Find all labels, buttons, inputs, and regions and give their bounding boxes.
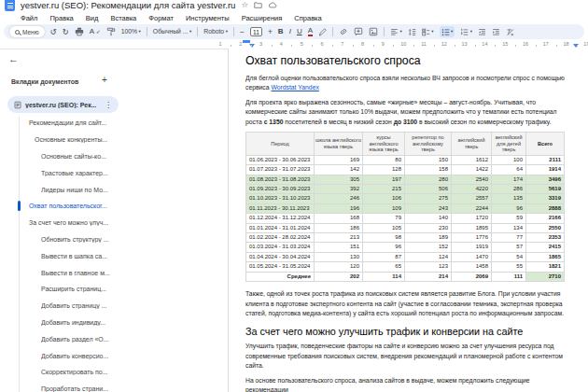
demand-table[interactable]: Периодшкола английского языка тверькурсы… xyxy=(245,132,565,282)
table-cell[interactable]: 57 xyxy=(492,243,526,252)
cloud-status-icon[interactable] xyxy=(268,1,277,9)
font-size-decrease-button[interactable]: − xyxy=(240,28,245,36)
table-cell[interactable]: 305 xyxy=(315,175,363,184)
table-column-header[interactable]: Период xyxy=(246,133,315,156)
table-cell[interactable]: 213 xyxy=(315,233,363,243)
menu-item[interactable]: Вставка xyxy=(110,14,136,22)
table-cell[interactable]: 65 xyxy=(363,262,405,272)
menu-item[interactable]: Инструменты xyxy=(186,14,230,22)
table-cell[interactable]: 189 xyxy=(405,233,452,243)
table-cell[interactable]: 1895 xyxy=(452,223,492,232)
table-cell[interactable]: 280 xyxy=(405,175,452,184)
spellcheck-button[interactable]: A✓ xyxy=(90,28,101,35)
table-cell[interactable]: 77 xyxy=(492,233,526,243)
table-cell[interactable]: 64 xyxy=(492,165,526,175)
sidebar-item[interactable]: Обновить структуру ... xyxy=(0,231,228,248)
sidebar-item[interactable]: За счет чего можно улуч... xyxy=(0,215,228,231)
table-cell[interactable]: 79 xyxy=(363,214,405,223)
text-color-button[interactable]: A xyxy=(308,27,313,35)
table-cell[interactable]: 54 xyxy=(492,252,526,261)
font-size-increase-button[interactable]: + xyxy=(268,28,273,36)
font-size-input[interactable]: 11 xyxy=(250,27,262,36)
line-spacing-button[interactable] xyxy=(408,28,416,36)
table-cell[interactable]: 01.12.2024 - 31.12.2024 xyxy=(246,214,315,223)
menu-item[interactable]: Правка xyxy=(49,14,73,22)
table-cell[interactable]: 230 xyxy=(405,223,452,232)
table-cell[interactable]: 01.05.2024 - 31.05.2024 xyxy=(246,262,315,272)
table-cell[interactable]: 3496 xyxy=(526,175,565,184)
document-page[interactable]: Охват пользовательского спроса Для бегло… xyxy=(230,49,588,392)
table-cell[interactable]: 142 xyxy=(315,165,363,175)
menu-search-button[interactable]: Меню xyxy=(9,26,45,37)
table-cell[interactable]: 202 xyxy=(315,272,363,281)
menu-item[interactable]: Файл xyxy=(21,14,37,22)
table-cell[interactable]: 01.02.2024 - 28.02.2024 xyxy=(246,233,315,243)
italic-button[interactable]: I xyxy=(289,28,291,35)
decrease-indent-button[interactable] xyxy=(478,28,486,36)
table-cell[interactable]: 2710 xyxy=(526,272,565,281)
menu-item[interactable]: Формат xyxy=(148,14,174,22)
insert-image-button[interactable] xyxy=(369,27,378,36)
table-cell[interactable]: 2415 xyxy=(526,243,565,252)
table-cell[interactable]: 01.10.2023 - 31.10.2023 xyxy=(246,194,315,203)
highlight-color-button[interactable] xyxy=(318,28,327,36)
paint-format-button[interactable] xyxy=(106,27,116,36)
table-cell[interactable]: 01.03.2024 - 31.03.2024 xyxy=(246,243,315,252)
table-cell[interactable]: 215 xyxy=(363,185,405,194)
table-cell[interactable]: 01.01.2024 - 31.01.2024 xyxy=(246,223,315,232)
undo-button[interactable]: ↺ xyxy=(50,28,57,36)
sidebar-item[interactable]: Основные сайты-ко... xyxy=(0,148,228,165)
table-cell[interactable]: 59 xyxy=(492,214,526,223)
bold-button[interactable]: B xyxy=(278,28,284,35)
table-cell[interactable]: 2166 xyxy=(526,214,565,223)
table-cell[interactable]: Среднее xyxy=(246,272,315,281)
table-cell[interactable]: 151 xyxy=(315,243,363,252)
move-to-folder-icon[interactable] xyxy=(254,1,262,9)
table-cell[interactable]: 275 xyxy=(405,194,452,203)
increase-indent-button[interactable] xyxy=(492,28,500,36)
table-cell[interactable]: 130 xyxy=(315,252,363,261)
table-column-header[interactable]: школа английского языка тверь xyxy=(315,133,363,156)
document-title[interactable]: yestver.ru (SEO): Рекомендации для сайта… xyxy=(21,0,235,10)
zoom-select[interactable]: 100%▾ xyxy=(121,29,141,35)
sidebar-item[interactable]: Добавить конверсио... xyxy=(0,347,228,364)
table-column-header[interactable]: Всего xyxy=(526,133,565,156)
table-cell[interactable]: 105 xyxy=(363,223,405,232)
font-select[interactable]: Roboto▾ xyxy=(203,29,228,35)
sidebar-item[interactable]: Охват пользовательског... xyxy=(0,198,228,215)
table-cell[interactable]: 01.09.2023 - 30.09.2023 xyxy=(246,185,315,194)
table-column-header[interactable]: курсы английского языка тверь xyxy=(363,133,405,156)
add-comment-button[interactable] xyxy=(354,27,363,36)
table-cell[interactable]: 168 xyxy=(315,214,363,223)
table-cell[interactable]: 1821 xyxy=(526,262,565,272)
table-cell[interactable]: 1914 xyxy=(526,165,565,175)
table-cell[interactable]: 135 xyxy=(492,194,526,203)
table-cell[interactable]: 100 xyxy=(492,155,526,164)
table-cell[interactable]: 2540 xyxy=(452,175,492,184)
table-cell[interactable]: 1470 xyxy=(452,252,492,261)
table-cell[interactable]: 2069 xyxy=(452,272,492,281)
table-cell[interactable]: 55 xyxy=(492,262,526,272)
table-cell[interactable]: 01.08.2023 - 31.08.2023 xyxy=(246,175,315,184)
table-column-header[interactable]: английский для детей тверь xyxy=(492,133,526,156)
table-cell[interactable]: 106 xyxy=(363,194,405,203)
table-cell[interactable]: 123 xyxy=(405,262,452,272)
table-cell[interactable]: 286 xyxy=(492,185,526,194)
selected-document-tab[interactable]: yestver.ru (SEO): Рек... ⋮ xyxy=(7,96,119,113)
table-cell[interactable]: 01.11.2023 - 30.11.2023 xyxy=(246,203,315,213)
redo-button[interactable]: ↻ xyxy=(63,28,69,36)
table-cell[interactable]: 134 xyxy=(492,223,526,232)
table-cell[interactable]: 4220 xyxy=(452,185,492,194)
table-cell[interactable]: 120 xyxy=(315,262,363,272)
table-cell[interactable]: 214 xyxy=(405,272,452,281)
table-cell[interactable]: 1865 xyxy=(526,252,565,261)
table-cell[interactable]: 2550 xyxy=(526,223,565,232)
google-docs-logo-icon[interactable] xyxy=(5,0,15,11)
table-cell[interactable]: 169 xyxy=(315,155,363,164)
table-cell[interactable]: 243 xyxy=(405,203,452,213)
sidebar-item[interactable]: Добавить страницу ... xyxy=(0,298,228,315)
menu-item[interactable]: Справка xyxy=(294,14,321,22)
back-arrow-icon[interactable]: ← xyxy=(8,54,19,64)
table-cell[interactable]: 152 xyxy=(405,243,452,252)
table-column-header[interactable]: репетитор по английскому тверь xyxy=(405,133,452,156)
